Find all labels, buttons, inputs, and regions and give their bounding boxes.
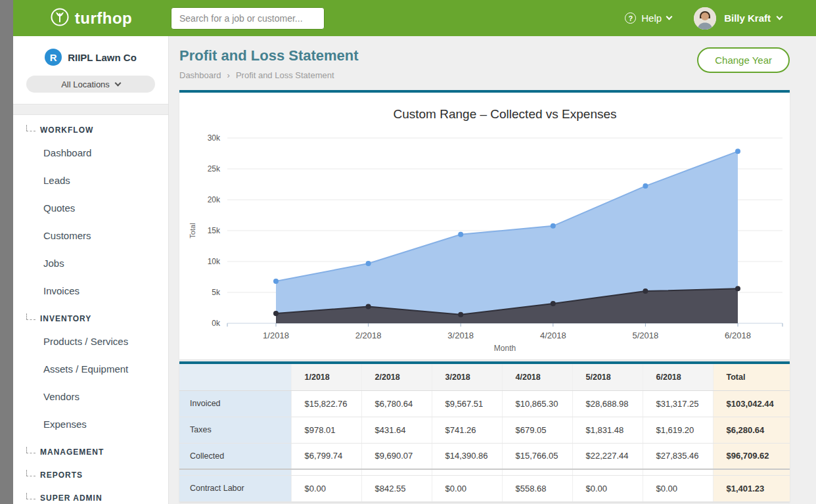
cell-total: $1,401.23	[713, 475, 790, 501]
app-window: turfhop ? Help Billy Kraft R	[13, 0, 816, 504]
row-label: Taxes	[179, 417, 291, 443]
svg-text:1/2018: 1/2018	[263, 331, 289, 340]
cell: $9,567.51	[432, 390, 502, 417]
desktop-edge	[0, 0, 13, 504]
svg-text:25k: 25k	[208, 164, 221, 173]
row-label: Contract Labor	[179, 475, 291, 501]
svg-text:15k: 15k	[208, 226, 221, 235]
table-row-contract-labor: Contract Labor $0.00 $842.55 $0.00 $558.…	[179, 475, 790, 501]
column-header: 4/2018	[502, 364, 572, 390]
cell: $978.01	[291, 417, 361, 443]
column-header: 1/2018	[291, 364, 361, 390]
logo-text: turfhop	[75, 9, 132, 28]
svg-text:3/2018: 3/2018	[447, 331, 474, 340]
row-label: Collected	[179, 443, 291, 469]
turfhop-leaf-icon	[50, 7, 70, 30]
sidebar-item-expenses[interactable]: Expenses	[13, 411, 168, 438]
sidebar-item-customers[interactable]: Customers	[13, 222, 168, 250]
cell: $558.68	[502, 475, 572, 501]
cell: $31,317.25	[643, 390, 713, 417]
nav-section-management[interactable]: MANAGEMENT	[13, 438, 168, 461]
cell: $27,835.46	[643, 443, 713, 469]
cell: $431.64	[361, 417, 432, 443]
pnl-chart-card: 0k5k10k15k20k25k30k1/20182/20183/20184/2…	[179, 90, 790, 359]
company-logo-icon: R	[45, 49, 62, 66]
column-header: 6/2018	[643, 364, 713, 390]
change-year-button[interactable]: Change Year	[697, 47, 790, 73]
nav-section-workflow[interactable]: WORKFLOW	[13, 116, 168, 139]
table-row-collected: Collected $6,799.74 $9,690.07 $14,390.86…	[179, 443, 790, 469]
svg-text:5/2018: 5/2018	[633, 331, 659, 340]
breadcrumb-separator: ›	[227, 70, 230, 80]
sidebar-item-dashboard[interactable]: Dashboard	[13, 139, 168, 167]
cell: $842.55	[361, 475, 432, 501]
topbar-right: ? Help Billy Kraft	[625, 7, 816, 30]
cell-total: $6,280.64	[713, 417, 790, 443]
tree-branch-icon	[26, 447, 35, 453]
page-header: Profit and Loss Statement Dashboard › Pr…	[179, 36, 790, 80]
main-content: Profit and Loss Statement Dashboard › Pr…	[169, 36, 816, 504]
svg-text:0k: 0k	[212, 319, 221, 328]
company-row: R RIIPL Lawn Co	[13, 36, 168, 66]
cell: $1,619.20	[643, 417, 713, 443]
sidebar-item-invoices[interactable]: Invoices	[13, 277, 168, 305]
page-title: Profit and Loss Statement	[179, 47, 359, 64]
sidebar-item-assets-equipment[interactable]: Assets / Equipment	[13, 355, 168, 383]
svg-text:20k: 20k	[208, 195, 221, 204]
sidebar-item-jobs[interactable]: Jobs	[13, 250, 168, 277]
breadcrumb-dashboard[interactable]: Dashboard	[179, 70, 221, 80]
svg-text:30k: 30k	[208, 133, 221, 143]
nav-section-super-admin[interactable]: SUPER ADMIN	[13, 484, 168, 504]
search-input[interactable]	[171, 7, 325, 30]
chevron-down-icon	[777, 14, 783, 20]
svg-text:2/2018: 2/2018	[355, 331, 382, 340]
pnl-table-card: 1/2018 2/2018 3/2018 4/2018 5/2018 6/201…	[179, 361, 790, 502]
svg-text:Total: Total	[189, 223, 196, 238]
nav-section-reports[interactable]: REPORTS	[13, 461, 168, 484]
table-row-invoiced: Invoiced $15,822.76 $6,780.64 $9,567.51 …	[179, 390, 790, 417]
cell-total: $103,042.44	[713, 390, 790, 417]
nav-section-inventory[interactable]: INVENTORY	[13, 305, 168, 328]
cell: $9,690.07	[361, 443, 432, 469]
cell: $1,831.48	[572, 417, 643, 443]
cell: $10,865.30	[502, 390, 572, 417]
sidebar-divider	[13, 104, 168, 115]
sidebar-item-products-services[interactable]: Products / Services	[13, 328, 168, 355]
help-label: Help	[641, 12, 662, 24]
cell: $679.05	[502, 417, 572, 443]
company-name: RIIPL Lawn Co	[68, 52, 137, 63]
tree-branch-icon	[26, 470, 35, 476]
cell: $0.00	[291, 475, 361, 501]
breadcrumb: Dashboard › Profit and Loss Statement	[179, 70, 359, 80]
column-header-total: Total	[713, 364, 790, 390]
chevron-down-icon	[666, 14, 673, 20]
cell-total: $96,709.62	[713, 443, 790, 469]
user-avatar[interactable]	[694, 7, 716, 30]
svg-text:4/2018: 4/2018	[540, 331, 566, 340]
column-header: 5/2018	[572, 364, 643, 390]
tree-branch-icon	[26, 313, 35, 320]
cell: $15,766.05	[502, 443, 572, 469]
row-label: Invoiced	[179, 390, 291, 417]
table-row-taxes: Taxes $978.01 $431.64 $741.26 $679.05 $1…	[179, 417, 790, 443]
sidebar-item-vendors[interactable]: Vendors	[13, 383, 168, 411]
sidebar-item-quotes[interactable]: Quotes	[13, 195, 168, 222]
locations-label: All Locations	[61, 80, 110, 89]
pnl-table: 1/2018 2/2018 3/2018 4/2018 5/2018 6/201…	[179, 364, 790, 502]
pnl-area-chart: 0k5k10k15k20k25k30k1/20182/20183/20184/2…	[179, 93, 790, 359]
cell: $28,688.98	[572, 390, 643, 417]
logo[interactable]: turfhop	[13, 7, 169, 30]
cell: $741.26	[432, 417, 502, 443]
breadcrumb-current: Profit and Loss Statement	[236, 70, 334, 80]
help-menu[interactable]: ? Help	[625, 12, 671, 24]
sidebar-item-leads[interactable]: Leads	[13, 167, 168, 195]
locations-selector[interactable]: All Locations	[26, 76, 155, 93]
question-icon: ?	[625, 12, 636, 24]
table-header-row: 1/2018 2/2018 3/2018 4/2018 5/2018 6/201…	[179, 364, 790, 390]
user-name[interactable]: Billy Kraft	[724, 12, 771, 24]
cell: $0.00	[432, 475, 502, 501]
svg-text:Custom Range – Collected vs Ex: Custom Range – Collected vs Expenses	[393, 107, 616, 121]
cell: $0.00	[643, 475, 713, 501]
table-corner-cell	[179, 364, 291, 390]
cell: $6,799.74	[291, 443, 361, 469]
